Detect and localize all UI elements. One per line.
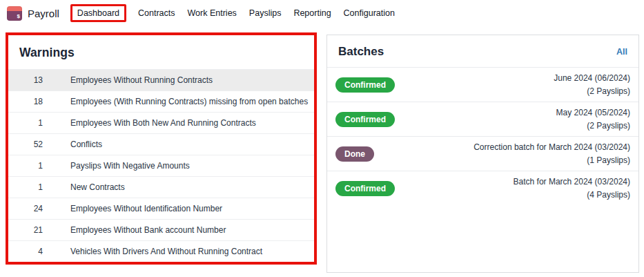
warning-count: 24: [8, 204, 43, 213]
warning-row[interactable]: 24 Employees Without Identification Numb…: [8, 198, 314, 219]
batch-row[interactable]: Confirmed June 2024 (06/2024) (2 Payslip…: [327, 67, 638, 102]
batches-header: Batches All: [327, 35, 638, 67]
warning-label: New Contracts: [70, 182, 125, 192]
warning-row[interactable]: 1 New Contracts: [8, 176, 314, 198]
nav-item-configuration[interactable]: Configuration: [338, 4, 401, 22]
warning-count: 1: [8, 161, 43, 171]
batch-name: May 2024 (05/2024): [556, 106, 630, 120]
warning-count: 4: [8, 247, 43, 256]
batch-name: Batch for March 2024 (03/2024): [514, 175, 630, 189]
status-badge: Confirmed: [335, 181, 395, 196]
batches-all-link[interactable]: All: [616, 47, 627, 57]
warning-count: 18: [8, 97, 43, 106]
batch-detail: (1 Payslips): [474, 154, 630, 167]
status-badge: Confirmed: [335, 112, 395, 127]
batch-text: May 2024 (05/2024) (2 Payslips): [556, 106, 630, 132]
batch-detail: (2 Payslips): [556, 120, 630, 133]
batch-text: June 2024 (06/2024) (2 Payslips): [554, 72, 630, 97]
top-nav: Payroll Dashboard Contracts Work Entries…: [0, 0, 644, 26]
batches-empty-space: [327, 205, 638, 272]
warning-count: 21: [8, 225, 43, 235]
warning-label: Employees Without Running Contracts: [70, 75, 213, 85]
warning-label: Employees Without Bank account Number: [70, 225, 226, 235]
batch-text: Batch for March 2024 (03/2024) (4 Paysli…: [514, 175, 630, 201]
warning-row[interactable]: 21 Employees Without Bank account Number: [8, 219, 314, 240]
batch-name: Correction batch for March 2024 (03/2024…: [474, 141, 630, 154]
nav-item-work-entries[interactable]: Work Entries: [182, 4, 243, 22]
batch-name: June 2024 (06/2024): [554, 72, 630, 85]
warning-label: Employees (With Running Contracts) missi…: [70, 97, 308, 106]
nav-item-payslips[interactable]: Payslips: [243, 4, 288, 22]
batch-detail: (2 Payslips): [554, 85, 630, 98]
warning-label: Vehicles With Drivers And Without Runnin…: [70, 247, 262, 256]
warning-label: Conflicts: [70, 140, 102, 149]
batch-detail: (4 Payslips): [514, 189, 630, 202]
warning-row[interactable]: 1 Employees With Both New And Running Co…: [8, 112, 314, 133]
warnings-title: Warnings: [19, 46, 75, 59]
warning-row[interactable]: 18 Employees (With Running Contracts) mi…: [8, 90, 314, 112]
batch-row[interactable]: Done Correction batch for March 2024 (03…: [327, 136, 638, 171]
warning-label: Employees Without Identification Number: [70, 204, 222, 213]
app-title[interactable]: Payroll: [28, 8, 59, 19]
warning-label: Employees With Both New And Running Cont…: [70, 118, 256, 128]
warnings-header: Warnings: [8, 35, 314, 69]
warning-row[interactable]: 4 Vehicles With Drivers And Without Runn…: [8, 240, 314, 262]
warning-row[interactable]: 13 Employees Without Running Contracts: [8, 69, 314, 90]
warning-count: 13: [8, 75, 43, 85]
nav-item-contracts[interactable]: Contracts: [132, 4, 182, 22]
batch-text: Correction batch for March 2024 (03/2024…: [474, 141, 630, 166]
warning-row[interactable]: 52 Conflicts: [8, 133, 314, 155]
dashboard-content: Warnings 13 Employees Without Running Co…: [0, 26, 644, 273]
warning-count: 52: [8, 140, 43, 149]
warning-label: Payslips With Negative Amounts: [70, 161, 190, 171]
warnings-panel: Warnings 13 Employees Without Running Co…: [6, 32, 317, 265]
status-badge: Confirmed: [335, 77, 395, 93]
status-badge: Done: [335, 146, 374, 162]
batch-row[interactable]: Confirmed May 2024 (05/2024) (2 Payslips…: [327, 102, 638, 136]
batches-panel: Batches All Confirmed June 2024 (06/2024…: [326, 35, 639, 273]
batches-title: Batches: [338, 45, 384, 59]
warning-count: 1: [8, 182, 43, 192]
batch-row[interactable]: Confirmed Batch for March 2024 (03/2024)…: [327, 171, 638, 205]
payroll-app-icon[interactable]: [7, 6, 22, 21]
nav-item-reporting[interactable]: Reporting: [287, 4, 337, 22]
warning-count: 1: [8, 118, 43, 128]
nav-item-dashboard[interactable]: Dashboard: [70, 4, 126, 22]
warning-row[interactable]: 1 Payslips With Negative Amounts: [8, 155, 314, 176]
